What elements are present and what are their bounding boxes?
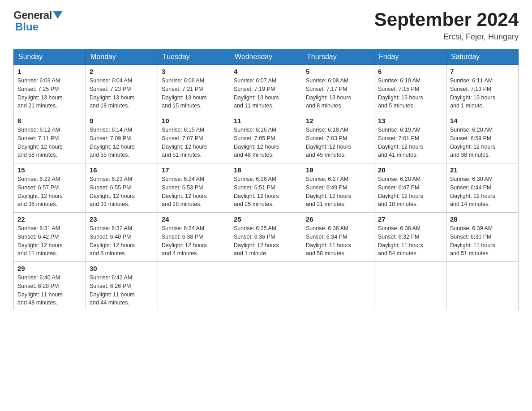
calendar-day-cell [230,262,302,310]
calendar-day-cell: 2Sunrise: 6:04 AM Sunset: 7:23 PM Daylig… [86,65,158,114]
day-info: Sunrise: 6:28 AM Sunset: 6:47 PM Dayligh… [378,175,442,209]
day-number: 3 [162,68,226,75]
day-info: Sunrise: 6:10 AM Sunset: 7:15 PM Dayligh… [378,77,442,110]
calendar-day-cell: 5Sunrise: 6:08 AM Sunset: 7:17 PM Daylig… [302,65,374,114]
calendar-day-cell: 12Sunrise: 6:18 AM Sunset: 7:03 PM Dayli… [302,114,374,163]
calendar-day-cell [446,262,519,310]
calendar-subtitle: Ercsi, Fejer, Hungary [374,32,519,42]
calendar-day-cell: 6Sunrise: 6:10 AM Sunset: 7:15 PM Daylig… [374,65,446,114]
day-number: 18 [234,166,298,174]
day-number: 25 [234,215,298,223]
day-info: Sunrise: 6:08 AM Sunset: 7:17 PM Dayligh… [306,77,370,110]
calendar-day-cell: 29Sunrise: 6:40 AM Sunset: 6:28 PM Dayli… [14,262,86,310]
day-number: 9 [90,117,154,124]
logo: General Blue [13,9,63,33]
calendar-day-cell: 23Sunrise: 6:32 AM Sunset: 6:40 PM Dayli… [86,213,158,262]
day-info: Sunrise: 6:15 AM Sunset: 7:07 PM Dayligh… [162,126,226,159]
calendar-day-cell: 30Sunrise: 6:42 AM Sunset: 6:26 PM Dayli… [86,262,158,310]
day-info: Sunrise: 6:22 AM Sunset: 6:57 PM Dayligh… [17,175,82,209]
calendar-day-cell: 27Sunrise: 6:38 AM Sunset: 6:32 PM Dayli… [374,213,446,262]
weekday-header-saturday: Saturday [446,49,519,65]
day-info: Sunrise: 6:12 AM Sunset: 7:11 PM Dayligh… [17,126,82,159]
svg-marker-0 [53,11,63,19]
day-info: Sunrise: 6:04 AM Sunset: 7:23 PM Dayligh… [90,77,154,110]
day-info: Sunrise: 6:31 AM Sunset: 6:42 PM Dayligh… [17,224,82,258]
day-number: 4 [234,68,298,75]
calendar-day-cell: 14Sunrise: 6:20 AM Sunset: 6:59 PM Dayli… [446,114,519,163]
day-number: 11 [234,117,298,124]
weekday-header-wednesday: Wednesday [230,49,302,65]
calendar-day-cell: 20Sunrise: 6:28 AM Sunset: 6:47 PM Dayli… [374,163,446,213]
day-number: 16 [90,166,154,174]
page-header: General Blue September 2024 Ercsi, Fejer… [13,9,519,42]
calendar-table: SundayMondayTuesdayWednesdayThursdayFrid… [13,49,519,310]
calendar-day-cell: 15Sunrise: 6:22 AM Sunset: 6:57 PM Dayli… [14,163,86,213]
calendar-day-cell: 10Sunrise: 6:15 AM Sunset: 7:07 PM Dayli… [158,114,230,163]
weekday-header-tuesday: Tuesday [158,49,230,65]
day-info: Sunrise: 6:03 AM Sunset: 7:25 PM Dayligh… [17,77,82,110]
day-number: 30 [90,265,154,272]
weekday-header-thursday: Thursday [302,49,374,65]
day-info: Sunrise: 6:26 AM Sunset: 6:51 PM Dayligh… [234,175,298,209]
calendar-day-cell [374,262,446,310]
day-number: 5 [306,68,370,75]
day-number: 29 [17,265,82,272]
day-info: Sunrise: 6:38 AM Sunset: 6:32 PM Dayligh… [378,224,442,258]
day-info: Sunrise: 6:19 AM Sunset: 7:01 PM Dayligh… [378,126,442,159]
day-info: Sunrise: 6:11 AM Sunset: 7:13 PM Dayligh… [450,77,515,110]
day-number: 8 [17,117,82,124]
day-number: 21 [450,166,515,174]
day-number: 26 [306,215,370,223]
calendar-day-cell: 16Sunrise: 6:23 AM Sunset: 6:55 PM Dayli… [86,163,158,213]
calendar-week-row: 1Sunrise: 6:03 AM Sunset: 7:25 PM Daylig… [14,65,519,114]
title-area: September 2024 Ercsi, Fejer, Hungary [374,9,519,42]
day-info: Sunrise: 6:32 AM Sunset: 6:40 PM Dayligh… [90,224,154,258]
day-info: Sunrise: 6:36 AM Sunset: 6:34 PM Dayligh… [306,224,370,258]
day-number: 10 [162,117,226,124]
logo-triangle-icon [53,11,63,21]
day-number: 28 [450,215,515,223]
weekday-header-sunday: Sunday [14,49,86,65]
logo-blue-text: Blue [15,21,39,33]
day-number: 27 [378,215,442,223]
day-info: Sunrise: 6:40 AM Sunset: 6:28 PM Dayligh… [17,274,82,307]
day-info: Sunrise: 6:18 AM Sunset: 7:03 PM Dayligh… [306,126,370,159]
day-number: 6 [378,68,442,75]
day-number: 17 [162,166,226,174]
calendar-day-cell: 3Sunrise: 6:06 AM Sunset: 7:21 PM Daylig… [158,65,230,114]
day-info: Sunrise: 6:42 AM Sunset: 6:26 PM Dayligh… [90,274,154,307]
calendar-week-row: 29Sunrise: 6:40 AM Sunset: 6:28 PM Dayli… [14,262,519,310]
calendar-day-cell: 25Sunrise: 6:35 AM Sunset: 6:36 PM Dayli… [230,213,302,262]
day-info: Sunrise: 6:34 AM Sunset: 6:38 PM Dayligh… [162,224,226,258]
day-info: Sunrise: 6:16 AM Sunset: 7:05 PM Dayligh… [234,126,298,159]
day-info: Sunrise: 6:23 AM Sunset: 6:55 PM Dayligh… [90,175,154,209]
calendar-day-cell: 28Sunrise: 6:39 AM Sunset: 6:30 PM Dayli… [446,213,519,262]
calendar-day-cell: 7Sunrise: 6:11 AM Sunset: 7:13 PM Daylig… [446,65,519,114]
calendar-day-cell: 8Sunrise: 6:12 AM Sunset: 7:11 PM Daylig… [14,114,86,163]
day-number: 23 [90,215,154,223]
weekday-header-monday: Monday [86,49,158,65]
day-info: Sunrise: 6:27 AM Sunset: 6:49 PM Dayligh… [306,175,370,209]
calendar-day-cell: 9Sunrise: 6:14 AM Sunset: 7:09 PM Daylig… [86,114,158,163]
day-number: 1 [17,68,82,75]
day-info: Sunrise: 6:39 AM Sunset: 6:30 PM Dayligh… [450,224,515,258]
day-number: 15 [17,166,82,174]
calendar-day-cell: 21Sunrise: 6:30 AM Sunset: 6:44 PM Dayli… [446,163,519,213]
day-info: Sunrise: 6:14 AM Sunset: 7:09 PM Dayligh… [90,126,154,159]
calendar-day-cell [158,262,230,310]
calendar-day-cell: 26Sunrise: 6:36 AM Sunset: 6:34 PM Dayli… [302,213,374,262]
day-number: 19 [306,166,370,174]
day-number: 13 [378,117,442,124]
day-number: 20 [378,166,442,174]
calendar-day-cell [302,262,374,310]
calendar-day-cell: 18Sunrise: 6:26 AM Sunset: 6:51 PM Dayli… [230,163,302,213]
calendar-day-cell: 19Sunrise: 6:27 AM Sunset: 6:49 PM Dayli… [302,163,374,213]
day-number: 22 [17,215,82,223]
calendar-day-cell: 24Sunrise: 6:34 AM Sunset: 6:38 PM Dayli… [158,213,230,262]
calendar-day-cell: 4Sunrise: 6:07 AM Sunset: 7:19 PM Daylig… [230,65,302,114]
day-number: 7 [450,68,515,75]
day-info: Sunrise: 6:24 AM Sunset: 6:53 PM Dayligh… [162,175,226,209]
day-number: 24 [162,215,226,223]
day-info: Sunrise: 6:20 AM Sunset: 6:59 PM Dayligh… [450,126,515,159]
day-info: Sunrise: 6:30 AM Sunset: 6:44 PM Dayligh… [450,175,515,209]
